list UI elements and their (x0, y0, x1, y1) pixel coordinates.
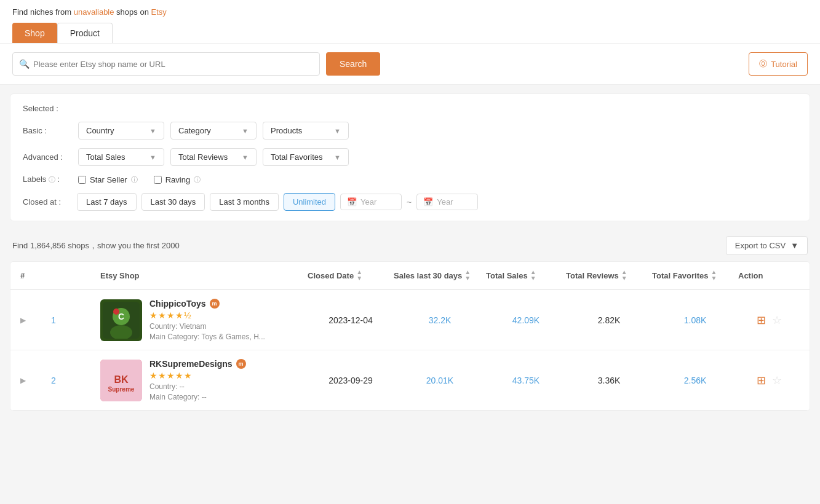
search-wrap: 🔍 (12, 52, 320, 76)
tab-product[interactable]: Product (57, 23, 113, 43)
shop-info-1: ChippicoToys m ★★★★½ Country: Vietnam Ma… (149, 299, 265, 341)
sales30-1: 32.2K (394, 315, 486, 325)
table-row: ▶ 1 C ChippicoToys m ★★★★½ (10, 290, 810, 350)
calendar-icon: 📅 (347, 197, 357, 207)
selected-label: Selected : (23, 104, 797, 113)
last30-button[interactable]: Last 30 days (141, 193, 205, 211)
products-select[interactable]: Products ▼ (263, 122, 349, 140)
search-button[interactable]: Search (326, 52, 380, 76)
chevron-down-icon: ▼ (790, 241, 798, 250)
svg-text:BK: BK (114, 374, 129, 385)
shop-cell-2: BK Supreme RKSupremeDesigns m ★★★★★ Coun… (100, 359, 308, 401)
closed-date-2: 2023-09-29 (308, 376, 394, 385)
tutorial-icon: ⓪ (759, 58, 767, 69)
action-cell-2: ⊞ ☆ (738, 374, 800, 387)
chevron-down-icon: ▼ (334, 154, 341, 161)
closed-at-row: Closed at : Last 7 days Last 30 days Las… (23, 193, 797, 211)
stars-1: ★★★★½ (149, 310, 265, 320)
chevron-down-icon: ▼ (242, 127, 249, 135)
stars-2: ★★★★★ (149, 371, 246, 380)
calendar-icon: 📅 (423, 197, 433, 207)
advanced-label: Advanced : (23, 152, 72, 162)
shop-cell-1: C ChippicoToys m ★★★★½ Country: Vietnam … (100, 299, 308, 341)
total-sales-1: 42.09K (486, 315, 566, 325)
last7-button[interactable]: Last 7 days (77, 193, 137, 211)
search-input[interactable] (33, 60, 313, 69)
tab-shop[interactable]: Shop (12, 23, 57, 43)
filter-panel: Selected : Basic : Country ▼ Category ▼ … (10, 93, 810, 221)
chevron-down-icon: ▼ (242, 154, 249, 161)
col-action-header: Action (738, 271, 800, 280)
shop-badge-2: m (236, 359, 246, 369)
sort-icon: ▲▼ (621, 269, 627, 282)
chevron-down-icon: ▼ (149, 127, 156, 135)
star-action-icon-2[interactable]: ☆ (772, 374, 782, 387)
last3m-button[interactable]: Last 3 months (210, 193, 279, 211)
basic-filter-row: Basic : Country ▼ Category ▼ Products ▼ (23, 122, 797, 140)
info-icon: ⓘ (131, 175, 138, 184)
shop-info-2: RKSupremeDesigns m ★★★★★ Country: -- Mai… (149, 359, 246, 401)
basic-label: Basic : (23, 126, 72, 135)
col-closed-header[interactable]: Closed Date ▲▼ (308, 269, 394, 282)
col-hash: # (20, 271, 51, 280)
search-bar: 🔍 Search ⓪ Tutorial (0, 44, 820, 85)
category-select[interactable]: Category ▼ (170, 122, 257, 140)
sort-icon: ▲▼ (464, 269, 471, 282)
advanced-filter-row: Advanced : Total Sales ▼ Total Reviews ▼… (23, 148, 797, 166)
avatar-2: BK Supreme (100, 360, 142, 401)
sales30-2: 20.01K (394, 376, 486, 385)
star-seller-checkbox[interactable]: Star Seller ⓘ (78, 175, 138, 184)
export-button[interactable]: Export to CSV ▼ (726, 236, 808, 255)
action-cell-1: ⊞ ☆ (738, 313, 800, 327)
header: Find niches from unavaliable shops on Et… (0, 0, 820, 44)
row-expand-1[interactable]: ▶ (20, 316, 51, 325)
shop-badge-1: m (210, 299, 220, 309)
star-action-icon-1[interactable]: ☆ (772, 313, 782, 327)
total-reviews-2: 3.36K (566, 376, 652, 385)
table-header: # Etsy Shop Closed Date ▲▼ Sales last 30… (10, 262, 810, 290)
total-favorites-2: 2.56K (652, 376, 738, 385)
col-total-sales-header[interactable]: Total Sales ▲▼ (486, 269, 566, 282)
row-num-2: 2 (51, 376, 100, 385)
total-favorites-select[interactable]: Total Favorites ▼ (263, 148, 349, 166)
avatar-1: C (100, 299, 142, 341)
col-total-favorites-header[interactable]: Total Favorites ▲▼ (652, 269, 738, 282)
row-num-1: 1 (51, 315, 100, 325)
tutorial-button[interactable]: ⓪ Tutorial (749, 52, 808, 76)
row-expand-2[interactable]: ▶ (20, 376, 51, 385)
star-seller-input[interactable] (78, 176, 86, 184)
search-icon: 🔍 (19, 59, 30, 69)
date-range-separator: ~ (407, 197, 412, 207)
shop-name-2: RKSupremeDesigns m (149, 359, 246, 369)
raving-checkbox[interactable]: Raving ⓘ (154, 175, 201, 184)
export-action-icon-1[interactable]: ⊞ (757, 313, 766, 327)
shop-category-2: Main Category: -- (149, 393, 246, 401)
info-icon: ⓘ (49, 176, 55, 183)
sort-icon: ▲▼ (530, 269, 536, 282)
year-from-input[interactable]: 📅 Year (340, 194, 402, 210)
unlimited-button[interactable]: Unlimited (284, 193, 335, 211)
year-to-input[interactable]: 📅 Year (416, 194, 478, 210)
total-sales-select[interactable]: Total Sales ▼ (78, 148, 164, 166)
sort-icon: ▲▼ (356, 269, 362, 282)
labels-label: Labels ⓘ : (23, 175, 72, 184)
col-sales30-header[interactable]: Sales last 30 days ▲▼ (394, 269, 486, 282)
chevron-down-icon: ▼ (334, 127, 341, 135)
shop-name-1: ChippicoToys m (149, 299, 265, 309)
shop-country-2: Country: -- (149, 382, 246, 391)
sort-icon: ▲▼ (711, 269, 717, 282)
total-sales-2: 43.75K (486, 376, 566, 385)
export-action-icon-2[interactable]: ⊞ (757, 374, 766, 387)
closed-at-label: Closed at : (23, 197, 72, 207)
svg-text:C: C (118, 312, 124, 321)
total-reviews-1: 2.82K (566, 315, 652, 325)
results-bar: Find 1,864,856 shops，show you the first … (0, 230, 820, 261)
total-favorites-1: 1.08K (652, 315, 738, 325)
raving-input[interactable] (154, 176, 162, 184)
col-total-reviews-header[interactable]: Total Reviews ▲▼ (566, 269, 652, 282)
country-select[interactable]: Country ▼ (78, 122, 164, 140)
total-reviews-select[interactable]: Total Reviews ▼ (170, 148, 257, 166)
table-row: ▶ 2 BK Supreme RKSupremeDesigns m ★★★★★ … (10, 350, 810, 411)
data-table: # Etsy Shop Closed Date ▲▼ Sales last 30… (10, 261, 810, 411)
tab-bar: Shop Product (12, 23, 808, 43)
